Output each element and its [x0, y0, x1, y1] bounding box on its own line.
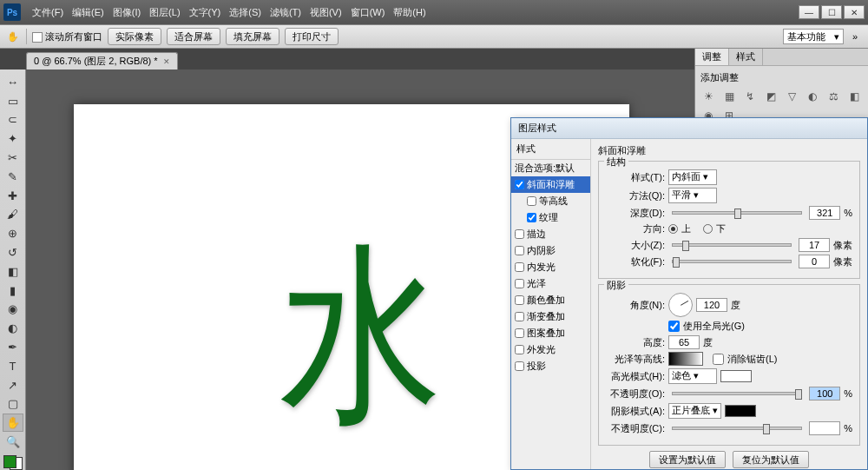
shadow-opacity-input[interactable] [809, 421, 840, 435]
global-light-checkbox[interactable] [668, 321, 680, 332]
style-checkbox-outerglow[interactable] [515, 345, 524, 354]
style-item-bevel[interactable]: 斜面和浮雕 [511, 176, 590, 193]
menu-layer[interactable]: 图层(L) [145, 6, 184, 19]
hand-tool[interactable]: ✋ [3, 414, 23, 432]
fit-screen-button[interactable]: 适合屏幕 [167, 28, 220, 45]
crop-tool[interactable]: ✂ [3, 149, 23, 167]
menu-window[interactable]: 窗口(W) [346, 6, 390, 19]
menu-image[interactable]: 图像(I) [108, 6, 145, 19]
balance-icon[interactable]: ⚖ [825, 89, 841, 103]
shape-tool[interactable]: ▢ [3, 395, 23, 414]
blur-tool[interactable]: ◉ [3, 301, 23, 319]
style-item-satin[interactable]: 光泽 [511, 275, 590, 292]
style-item-dropshadow[interactable]: 投影 [511, 358, 590, 374]
soften-input[interactable] [799, 255, 830, 268]
dialog-title[interactable]: 图层样式 [511, 118, 867, 139]
workspace-switcher[interactable]: 基本功能▾ [783, 29, 844, 44]
print-size-button[interactable]: 打印尺寸 [285, 28, 339, 45]
bevel-style-select[interactable]: 内斜面 ▾ [668, 169, 717, 185]
style-item-contour[interactable]: 等高线 [511, 193, 590, 209]
altitude-input[interactable] [668, 335, 700, 349]
style-checkbox-innershadow[interactable] [515, 246, 524, 255]
style-item-outerglow[interactable]: 外发光 [511, 341, 590, 358]
eraser-tool[interactable]: ◧ [3, 262, 23, 281]
style-item-innerglow[interactable]: 内发光 [511, 259, 590, 275]
style-checkbox-dropshadow[interactable] [515, 361, 524, 371]
gradient-tool[interactable]: ▮ [3, 281, 23, 300]
style-item-gradientoverlay[interactable]: 渐变叠加 [511, 308, 590, 325]
brush-tool[interactable]: 🖌 [3, 206, 23, 224]
panel-tab-adjustments[interactable]: 调整 [695, 49, 729, 65]
window-close-button[interactable]: ✕ [844, 5, 865, 19]
marquee-tool[interactable]: ▭ [3, 92, 23, 110]
search-icon[interactable]: » [847, 29, 863, 44]
style-checkbox-coloroverlay[interactable] [515, 295, 524, 305]
document-tab[interactable]: 0 @ 66.7% (图层 2, RGB/8) *✕ [26, 52, 178, 70]
style-checkbox-satin[interactable] [515, 279, 524, 288]
highlight-opacity-input[interactable] [809, 387, 840, 400]
technique-select[interactable]: 平滑 ▾ [668, 188, 717, 203]
zoom-tool[interactable]: 🔍 [3, 433, 23, 451]
reset-default-button[interactable]: 复位为默认值 [733, 451, 809, 468]
bw-icon[interactable]: ◧ [846, 89, 862, 103]
panel-tab-styles[interactable]: 样式 [729, 49, 763, 65]
shadow-color-swatch[interactable] [725, 405, 756, 417]
menu-file[interactable]: 文件(F) [28, 6, 68, 19]
window-maximize-button[interactable]: ☐ [821, 5, 842, 19]
exposure-icon[interactable]: ◩ [763, 89, 779, 103]
menu-help[interactable]: 帮助(H) [389, 6, 430, 19]
move-tool[interactable]: ↔ [3, 73, 23, 91]
dodge-tool[interactable]: ◐ [3, 319, 23, 337]
menu-filter[interactable]: 滤镜(T) [266, 6, 306, 19]
style-checkbox-texture[interactable] [527, 213, 536, 222]
style-item-coloroverlay[interactable]: 颜色叠加 [511, 292, 590, 308]
shadow-opacity-slider[interactable] [672, 427, 802, 430]
style-checkbox-patternoverlay[interactable] [515, 328, 524, 338]
style-item-innershadow[interactable]: 内阴影 [511, 242, 590, 259]
make-default-button[interactable]: 设置为默认值 [649, 451, 726, 468]
path-tool[interactable]: ↗ [3, 376, 23, 394]
angle-dial[interactable] [668, 293, 693, 317]
highlight-opacity-slider[interactable] [672, 392, 802, 395]
shadow-mode-select[interactable]: 正片叠底 ▾ [668, 403, 721, 419]
close-tab-icon[interactable]: ✕ [163, 57, 170, 66]
highlight-mode-select[interactable]: 滤色 ▾ [668, 368, 717, 384]
levels-icon[interactable]: ▦ [721, 89, 737, 103]
scroll-all-checkbox[interactable]: 滚动所有窗口 [32, 30, 102, 43]
size-input[interactable] [799, 238, 830, 252]
soften-slider[interactable] [672, 260, 792, 263]
window-minimize-button[interactable]: — [799, 5, 819, 19]
direction-down-radio[interactable] [703, 224, 713, 234]
hand-tool-icon[interactable]: ✋ [5, 29, 21, 44]
style-checkbox-innerglow[interactable] [515, 262, 524, 272]
style-item-stroke[interactable]: 描边 [511, 226, 590, 242]
actual-pixels-button[interactable]: 实际像素 [108, 28, 161, 45]
vibrance-icon[interactable]: ▽ [784, 89, 799, 103]
eyedropper-tool[interactable]: ✎ [3, 168, 23, 186]
style-checkbox-gradientoverlay[interactable] [515, 312, 524, 321]
color-swatch[interactable] [3, 455, 23, 470]
depth-slider[interactable] [672, 211, 802, 215]
style-checkbox-contour[interactable] [527, 196, 536, 206]
size-slider[interactable] [672, 243, 792, 247]
style-item-texture[interactable]: 纹理 [511, 209, 590, 226]
stamp-tool[interactable]: ⊕ [3, 224, 23, 242]
menu-edit[interactable]: 编辑(E) [68, 6, 108, 19]
curves-icon[interactable]: ↯ [742, 89, 758, 103]
direction-up-radio[interactable] [668, 224, 678, 234]
style-item-patternoverlay[interactable]: 图案叠加 [511, 325, 590, 341]
history-brush-tool[interactable]: ↺ [3, 243, 23, 261]
style-checkbox-stroke[interactable] [515, 229, 524, 239]
hue-icon[interactable]: ◐ [805, 89, 820, 103]
antialias-checkbox[interactable] [713, 354, 724, 365]
blend-options-item[interactable]: 混合选项:默认 [511, 160, 590, 176]
highlight-color-swatch[interactable] [720, 370, 752, 382]
heal-tool[interactable]: ✚ [3, 187, 23, 205]
depth-input[interactable] [809, 206, 840, 220]
gloss-contour-picker[interactable] [668, 352, 703, 366]
menu-view[interactable]: 视图(V) [306, 6, 346, 19]
lasso-tool[interactable]: ⊂ [3, 111, 23, 129]
pen-tool[interactable]: ✒ [3, 338, 23, 356]
menu-select[interactable]: 选择(S) [225, 6, 266, 19]
brightness-icon[interactable]: ☀ [700, 89, 716, 103]
